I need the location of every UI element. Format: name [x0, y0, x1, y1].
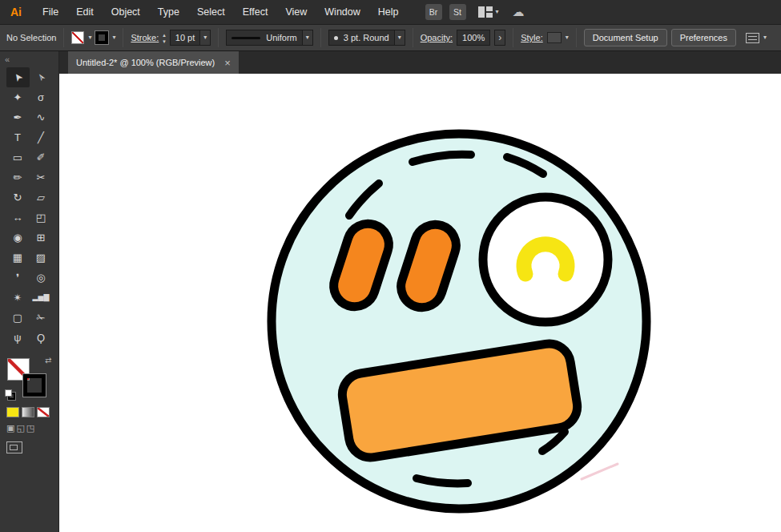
stepper-up-icon[interactable]: ▴ [163, 32, 166, 38]
stroke-weight-dropdown[interactable]: 10 pt ▾ [170, 30, 211, 46]
brush-dot-icon [334, 36, 338, 40]
tool-slice[interactable]: ✁ [30, 308, 53, 328]
tool-mesh[interactable]: ▦ [6, 248, 30, 268]
color-button[interactable] [6, 407, 19, 417]
tool-pen[interactable]: ✒ [6, 107, 30, 127]
default-fill-stroke-icon[interactable] [5, 389, 16, 401]
divider [218, 28, 219, 47]
stroke-weight-value: 10 pt [175, 33, 199, 42]
tool-gradient[interactable]: ▨ [30, 248, 53, 268]
menu-file[interactable]: File [34, 0, 67, 24]
tool-column-graph[interactable]: ▂▅▇ [30, 288, 53, 308]
stray-pink-line[interactable] [582, 464, 618, 479]
draw-inside-button[interactable]: ◳ [26, 423, 34, 433]
tool-magic-wand[interactable]: ✦ [6, 87, 30, 107]
document-setup-button[interactable]: Document Setup [584, 29, 667, 46]
menu-effect[interactable]: Effect [234, 0, 277, 24]
menu-type[interactable]: Type [149, 0, 188, 24]
document-tab[interactable]: Untitled-2* @ 100% (RGB/Preview) × [68, 51, 239, 74]
bridge-button[interactable]: Br [425, 4, 442, 20]
stroke-weight-stepper[interactable]: ▴ ▾ [163, 32, 166, 44]
gradient-button[interactable] [22, 407, 34, 417]
selection-status: No Selection [6, 33, 56, 42]
tool-pencil[interactable]: ✏ [6, 167, 30, 187]
tool-symbol-sprayer[interactable]: ✴ [6, 288, 30, 308]
arrange-documents-icon [478, 6, 493, 18]
fill-color-swatch[interactable] [71, 31, 84, 44]
style-panel-link[interactable]: Style: [521, 33, 543, 42]
draw-normal-button[interactable]: ▣ [6, 423, 14, 433]
document-tab-title: Untitled-2* @ 100% (RGB/Preview) [76, 58, 215, 67]
menu-select[interactable]: Select [188, 0, 234, 24]
width-profile-value: Uniform [266, 33, 302, 42]
chevron-down-icon: ▾ [496, 9, 499, 15]
width-profile-dropdown[interactable]: Uniform ▾ [226, 30, 313, 46]
menu-bar: Ai File Edit Object Type Select Effect V… [0, 0, 781, 24]
chevron-down-icon[interactable]: ▾ [88, 34, 91, 41]
tool-rectangle[interactable]: ▭ [6, 147, 30, 167]
tool-width[interactable]: ↔ [6, 208, 30, 228]
stroke-color-swatch[interactable] [95, 31, 108, 44]
tool-lasso[interactable]: σ [30, 87, 53, 107]
close-tab-icon[interactable]: × [224, 57, 231, 69]
chevron-down-icon[interactable]: ▾ [306, 34, 309, 41]
stock-button[interactable]: St [449, 4, 466, 20]
draw-behind-button[interactable]: ◱ [16, 423, 24, 433]
brush-definition-value: 3 pt. Round [344, 33, 394, 42]
tool-scale[interactable]: ▱ [30, 187, 53, 208]
tool-curvature[interactable]: ∿ [30, 107, 53, 127]
brush-definition-dropdown[interactable]: 3 pt. Round ▾ [328, 30, 405, 46]
tool-type[interactable]: T [6, 127, 30, 147]
tool-shape-builder[interactable]: ◉ [6, 228, 30, 248]
control-panel-menu-icon[interactable] [746, 33, 759, 43]
chevron-down-icon[interactable]: ▾ [203, 34, 207, 41]
stroke-swatch-black[interactable] [23, 374, 46, 397]
tool-selection[interactable]: ➤ [6, 67, 30, 87]
tool-zoom[interactable]: Ϙ [30, 328, 53, 348]
tool-scissors[interactable]: ✂ [30, 167, 53, 187]
tool-paintbrush[interactable]: ✐ [30, 147, 53, 167]
screen-mode-button[interactable] [6, 441, 22, 453]
divider [320, 28, 321, 47]
chevron-down-icon[interactable]: ▾ [398, 34, 401, 41]
graphic-style-swatch[interactable] [547, 32, 562, 43]
tool-free-transform[interactable]: ◰ [30, 208, 53, 228]
menu-window[interactable]: Window [316, 0, 368, 24]
tool-rotate[interactable]: ↻ [6, 187, 30, 208]
swap-fill-stroke-icon[interactable]: ⇄ [45, 356, 51, 365]
stepper-down-icon[interactable]: ▾ [163, 38, 166, 44]
arrange-documents-dropdown[interactable]: ▾ [478, 6, 499, 18]
tool-eyedropper[interactable]: ❜ [6, 268, 30, 288]
tools-panel: « ➤ ➢ ✦ σ ✒ ∿ T ╱ ▭ ✐ ✏ ✂ ↻ ▱ ↔ ◰ ◉ ⊞ ▦ … [0, 51, 59, 532]
chevron-down-icon[interactable]: ▾ [763, 34, 767, 41]
tool-direct-selection[interactable]: ➢ [30, 67, 53, 87]
uniform-profile-icon [231, 37, 260, 39]
divider [513, 28, 513, 47]
chevron-down-icon[interactable]: ▾ [566, 34, 569, 41]
opacity-input[interactable]: 100% [457, 30, 490, 46]
opacity-panel-link[interactable]: Opacity: [421, 33, 453, 42]
menu-edit[interactable]: Edit [67, 0, 103, 24]
tool-blend[interactable]: ◎ [30, 268, 53, 288]
menu-help[interactable]: Help [369, 0, 408, 24]
sync-status-icon[interactable]: ☁ [513, 5, 525, 19]
document-tab-bar: Untitled-2* @ 100% (RGB/Preview) × [59, 51, 781, 74]
face-circle[interactable] [272, 134, 646, 509]
opacity-flyout-button[interactable]: › [494, 30, 505, 46]
divider [413, 28, 413, 47]
fill-stroke-indicator: ⇄ [0, 354, 58, 404]
collapse-panel-icon[interactable]: « [5, 54, 10, 64]
none-button[interactable] [37, 407, 50, 417]
tool-perspective-grid[interactable]: ⊞ [30, 228, 53, 248]
tool-hand[interactable]: ψ [6, 328, 30, 348]
tool-artboard[interactable]: ▢ [6, 308, 30, 328]
menu-view[interactable]: View [276, 0, 316, 24]
egg-white-circle[interactable] [483, 197, 608, 322]
menu-object[interactable]: Object [103, 0, 149, 24]
artboard-canvas[interactable] [59, 74, 781, 532]
divider [63, 28, 64, 47]
stroke-panel-link[interactable]: Stroke: [131, 33, 159, 42]
tool-line-segment[interactable]: ╱ [30, 127, 53, 147]
preferences-button[interactable]: Preferences [671, 29, 736, 46]
chevron-down-icon[interactable]: ▾ [112, 34, 115, 41]
